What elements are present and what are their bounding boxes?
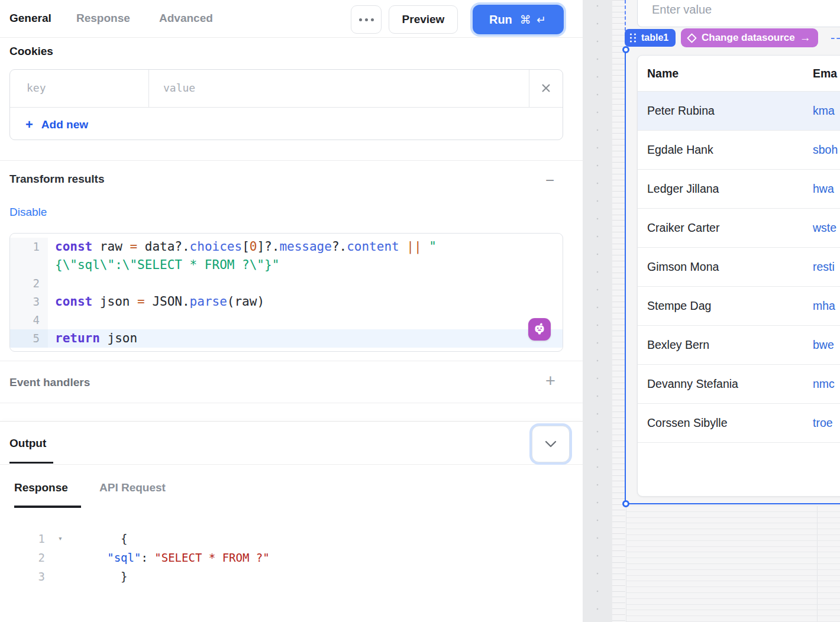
resize-handle-top[interactable]: [622, 46, 629, 53]
line-number: 2: [10, 274, 48, 293]
code-line[interactable]: 5return json: [10, 329, 563, 348]
code-text: [48, 311, 563, 329]
cell-name: Bexley Bern: [647, 326, 709, 364]
cell-name: Peter Rubina: [647, 92, 715, 130]
table-row[interactable]: Corssen Sibylletroe: [638, 404, 840, 443]
cell-name: Ledger Jillana: [647, 170, 719, 208]
chevron-down-icon: [544, 440, 557, 448]
text-input-widget[interactable]: [637, 0, 840, 27]
cell-email-link[interactable]: mha: [813, 287, 835, 325]
row-guide-line: [831, 38, 840, 39]
cookie-row: key value: [10, 70, 563, 108]
json-text: "sql": "SELECT * FROM ?": [73, 548, 270, 567]
disable-transform-link[interactable]: Disable: [9, 206, 47, 219]
line-number: 3: [0, 567, 47, 586]
component-name-pill[interactable]: table1: [625, 29, 676, 47]
cell-email-link[interactable]: wste: [813, 209, 836, 247]
tab-response[interactable]: Response: [76, 12, 130, 25]
json-text: }: [73, 567, 128, 586]
cell-email-link[interactable]: t: [813, 443, 816, 453]
robot-icon: [532, 322, 547, 336]
ellipsis-icon: [359, 18, 374, 21]
event-handlers-title: Event handlers: [9, 376, 90, 389]
code-line[interactable]: 2: [10, 274, 563, 293]
json-line: 1▾ {: [0, 529, 583, 548]
cell-email-link[interactable]: kma: [813, 92, 835, 130]
collapse-output-button[interactable]: [532, 426, 570, 462]
section-divider: [0, 361, 583, 361]
table-row[interactable]: Peter Rubinakma: [638, 92, 840, 131]
run-button[interactable]: Run ⌘ ↵: [473, 5, 564, 34]
table-body: Peter RubinakmaEgdale HanksbohLedger Jil…: [638, 92, 840, 453]
table-row[interactable]: Bexley Bernbwe: [638, 326, 840, 365]
line-number: 2: [0, 548, 47, 567]
code-text: {\"sql\":\"SELECT * FROM ?\"}": [48, 256, 563, 274]
code-text: const raw = data?.choices[0]?.message?.c…: [48, 238, 563, 256]
output-title: Output: [9, 437, 46, 450]
cell-email-link[interactable]: resti: [813, 248, 835, 286]
cell-name: Gimson Mona: [647, 248, 719, 286]
add-event-handler-icon[interactable]: +: [545, 372, 555, 390]
cookie-value-input[interactable]: value: [163, 82, 195, 94]
cell-email-link[interactable]: hwa: [813, 170, 834, 208]
code-text: return json: [48, 329, 563, 348]
response-tab-underline: [14, 506, 81, 508]
table-row[interactable]: Lovering Richt: [638, 443, 840, 453]
table-row[interactable]: Egdale Hanksboh: [638, 131, 840, 170]
collapse-triangle-icon[interactable]: ▾: [47, 529, 73, 548]
line-number: 1: [0, 529, 47, 548]
delete-cookie-icon[interactable]: [540, 82, 552, 94]
cell-name: Craiker Carter: [647, 209, 719, 247]
table-row[interactable]: Ledger Jillanahwa: [638, 170, 840, 209]
transform-code-editor[interactable]: 1const raw = data?.choices[0]?.message?.…: [9, 233, 563, 352]
tab-general[interactable]: General: [9, 12, 51, 25]
collapse-minus-icon[interactable]: −: [545, 173, 554, 188]
cell-name: Devanny Stefania: [647, 365, 738, 403]
arrow-spacer: [47, 548, 73, 567]
output-underline: [9, 462, 53, 464]
line-number: 5: [10, 329, 48, 348]
code-text: const json = JSON.parse(raw): [48, 293, 563, 311]
preview-button[interactable]: Preview: [389, 5, 458, 34]
canvas-grid-ticks: [612, 0, 625, 622]
line-number: 1: [10, 238, 48, 256]
query-editor-panel: General Response Advanced Preview Run ⌘ …: [0, 0, 583, 622]
table-row[interactable]: Craiker Carterwste: [638, 209, 840, 248]
code-line[interactable]: {\"sql\":\"SELECT * FROM ?\"}": [10, 256, 563, 274]
cookie-key-input[interactable]: key: [27, 82, 46, 94]
selection-left-edge: [625, 50, 626, 504]
code-line[interactable]: 1const raw = data?.choices[0]?.message?.…: [10, 238, 563, 256]
cookies-title: Cookies: [9, 45, 53, 58]
table-row[interactable]: Stempe Dagmha: [638, 287, 840, 326]
tab-output-api-request[interactable]: API Request: [99, 481, 166, 494]
line-number: 3: [10, 293, 48, 311]
cell-email-link[interactable]: nmc: [813, 365, 835, 403]
column-guide-line: [625, 0, 626, 31]
tab-output-response[interactable]: Response: [14, 481, 68, 494]
table-widget[interactable]: Name Ema Peter RubinakmaEgdale HanksbohL…: [637, 55, 840, 497]
code-line[interactable]: 4: [10, 311, 563, 329]
section-divider: [0, 160, 583, 161]
json-line: 3 }: [0, 567, 583, 586]
code-text: [48, 274, 563, 293]
column-header-name[interactable]: Name: [647, 56, 679, 91]
canvas-margin-dots: [583, 0, 612, 622]
table-row[interactable]: Devanny Stefanianmc: [638, 365, 840, 404]
cell-email-link[interactable]: troe: [813, 404, 833, 442]
resize-handle-bottom[interactable]: [622, 500, 629, 507]
cell-email-link[interactable]: sboh: [813, 131, 838, 169]
cell-email-link[interactable]: bwe: [813, 326, 834, 364]
column-header-email[interactable]: Ema: [813, 56, 837, 91]
code-line[interactable]: 3const json = JSON.parse(raw): [10, 293, 563, 311]
tab-advanced[interactable]: Advanced: [159, 12, 213, 25]
change-datasource-button[interactable]: Change datasource →: [681, 28, 818, 47]
ai-assistant-button[interactable]: [528, 318, 551, 341]
app-canvas[interactable]: table1 Change datasource → Name Ema Pete…: [583, 0, 840, 622]
arrow-spacer: [47, 567, 73, 586]
table-header-row: Name Ema: [638, 56, 840, 92]
table-row[interactable]: Gimson Monaresti: [638, 248, 840, 287]
response-json-viewer: 1▾ {2 "sql": "SELECT * FROM ?"3 }: [0, 529, 583, 586]
cell-name: Corssen Sibylle: [647, 404, 727, 442]
add-new-cookie-button[interactable]: + Add new: [25, 117, 88, 132]
more-options-button[interactable]: [351, 5, 382, 34]
